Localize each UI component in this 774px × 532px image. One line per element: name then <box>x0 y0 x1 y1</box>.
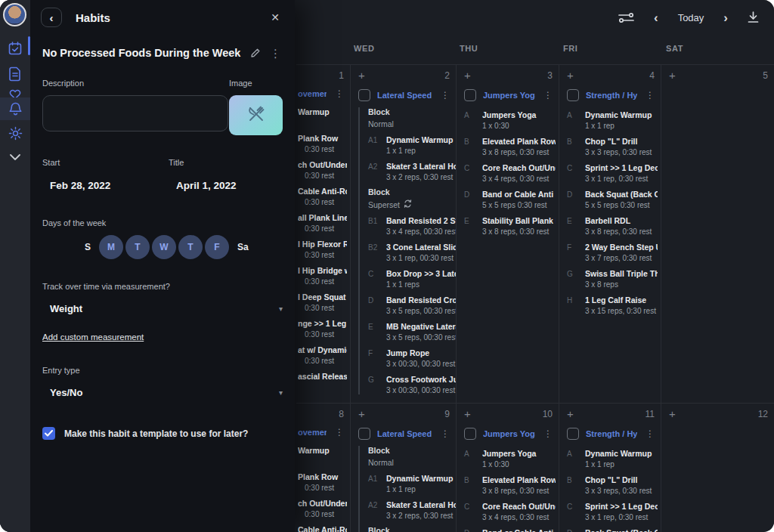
day-chip-w[interactable]: W <box>152 235 176 259</box>
workout-kebab-icon[interactable]: ⋮ <box>542 429 554 438</box>
workout-kebab-icon[interactable]: ⋮ <box>333 428 345 437</box>
block-type: Normal <box>368 458 456 467</box>
workout-kebab-icon[interactable]: ⋮ <box>542 91 554 100</box>
day-chip-t[interactable]: T <box>125 235 150 259</box>
habit-kebab-icon[interactable]: ⋮ <box>268 48 283 59</box>
exercise-name: Plank Row <box>298 472 347 481</box>
block-label: Block <box>368 526 456 532</box>
calendar-check-icon <box>8 41 23 56</box>
download-icon[interactable] <box>748 11 759 23</box>
workout-title[interactable]: ovement Q... <box>298 428 327 437</box>
exercise-detail: 3 x 8 reps, 0:30 rest <box>482 487 556 495</box>
add-workout-button[interactable]: + <box>358 71 365 80</box>
filter-sliders-icon[interactable] <box>618 12 634 23</box>
exercise-row: AJumpers Yoga1 x 0:30 <box>464 110 556 130</box>
add-workout-button[interactable]: + <box>567 410 574 419</box>
exercise-letter: A1 <box>368 474 380 493</box>
start-date-value[interactable]: Feb 28, 2022 <box>42 180 169 191</box>
template-checkbox[interactable] <box>42 427 55 440</box>
workout-checkbox[interactable] <box>464 89 476 101</box>
exercise-detail: 0:30 rest <box>298 172 347 180</box>
exercise-letter: B <box>464 137 476 156</box>
back-button[interactable]: ‹ <box>41 8 62 27</box>
end-date-value[interactable]: April 1, 2022 <box>169 180 283 191</box>
prev-week-icon[interactable]: ‹ <box>654 11 658 24</box>
day-cell-header: +4 <box>559 65 661 81</box>
add-workout-button[interactable]: + <box>669 410 676 419</box>
workout-kebab-icon[interactable]: ⋮ <box>333 89 345 98</box>
exercise-row: EMB Negative Lateral Hop...3 x 5 reps, 0… <box>368 322 456 342</box>
workout-checkbox[interactable] <box>567 428 579 440</box>
exercise-row: ADynamic Warmup1 x 1 rep <box>567 110 658 130</box>
habit-image[interactable] <box>229 95 283 135</box>
exercise-row: Warmup <box>298 107 347 127</box>
exercise-name: ascial Release C... <box>298 372 347 381</box>
exercise-list: WarmupPlank Row0:30 restch Out/Under0:30… <box>296 98 350 391</box>
exercise-detail: 0:30 rest <box>298 224 347 233</box>
exercise-letter: D <box>464 528 476 532</box>
day-cell-header: +10 <box>457 404 559 419</box>
sidebar-item-notifications[interactable] <box>0 97 30 120</box>
workout-kebab-icon[interactable]: ⋮ <box>439 91 451 100</box>
workout-checkbox[interactable] <box>567 89 579 101</box>
sidebar-item-settings[interactable] <box>0 122 30 144</box>
calendar-grid: 1ovement Q...⋮WarmupPlank Row0:30 restch… <box>296 64 774 532</box>
add-workout-button[interactable]: + <box>464 71 471 80</box>
sidebar-item-calendar[interactable] <box>0 38 30 59</box>
template-checkbox-row: Make this habit a template to use for la… <box>42 427 283 440</box>
day-chip-t[interactable]: T <box>178 235 203 259</box>
exercise-letter: E <box>368 322 380 342</box>
exercise-detail: 3 x 4 reps, 0:30 rest <box>482 513 556 521</box>
sidebar-expand[interactable] <box>0 147 30 168</box>
exercise-name: Dynamic Warmup <box>585 449 658 458</box>
measurement-select[interactable]: Weight ▾ <box>42 303 283 314</box>
workout-title[interactable]: Strength / Hypertro... <box>586 429 637 438</box>
day-cell-header: +3 <box>457 65 559 81</box>
add-workout-button[interactable]: + <box>567 71 574 80</box>
exercise-letter: B1 <box>368 216 380 236</box>
avatar[interactable] <box>3 3 26 26</box>
exercise-detail: 3 x 4 reps, 00:30 rest <box>386 227 456 236</box>
exercise-row: F2 Way Bench Step Up3 x 7 reps, 0:30 res… <box>567 243 658 262</box>
workout-checkbox[interactable] <box>358 89 370 101</box>
exercise-detail: 3 x 2 reps, 0:30 rest <box>386 173 456 181</box>
workout-kebab-icon[interactable]: ⋮ <box>439 429 451 438</box>
add-workout-button[interactable]: + <box>464 410 471 419</box>
edit-pencil-icon[interactable] <box>250 48 261 58</box>
day-chip-sa[interactable]: Sa <box>231 235 255 259</box>
exercise-detail: 3 x 5 reps, 00:30 rest <box>386 307 456 315</box>
exercise-letter: C <box>567 163 579 183</box>
exercise-name: Chop "L" Drill <box>585 475 658 484</box>
add-workout-button[interactable]: + <box>669 71 676 80</box>
exercise-row: CCore Reach Out/Under3 x 4 reps, 0:30 re… <box>464 163 556 183</box>
add-workout-button[interactable]: + <box>358 410 365 419</box>
exercise-row: all Plank Linear ...0:30 rest <box>298 213 347 233</box>
day-chip-f[interactable]: F <box>205 235 229 259</box>
workout-kebab-icon[interactable]: ⋮ <box>644 91 656 100</box>
exercise-detail: 3 x 00:30, 00:30 rest <box>386 360 456 368</box>
exercise-name: ch Out/Under <box>298 499 347 508</box>
workout-title[interactable]: Jumpers Yoga / Core <box>483 429 535 438</box>
day-cell: +11Strength / Hypertro...⋮ADynamic Warmu… <box>559 403 661 532</box>
exercise-detail <box>298 119 347 127</box>
sidebar-item-programs[interactable] <box>0 63 30 85</box>
workout-title[interactable]: Lateral Speed / Plyo <box>377 429 432 438</box>
workout-title[interactable]: Lateral Speed / Plyo <box>377 91 432 100</box>
day-chip-m[interactable]: M <box>99 235 123 259</box>
close-icon[interactable]: ✕ <box>268 10 283 25</box>
day-cell-header: +11 <box>559 404 661 419</box>
next-week-icon[interactable]: › <box>723 11 728 24</box>
workout-checkbox[interactable] <box>358 428 370 440</box>
description-input[interactable] <box>42 95 228 131</box>
add-custom-measurement-link[interactable]: Add custom measurement <box>42 332 144 342</box>
day-chip-s[interactable]: S <box>79 235 97 259</box>
workout-title[interactable]: ovement Q... <box>298 89 327 98</box>
exercise-row: nge >> 1 Leg St...0:30 rest <box>298 319 347 339</box>
workout-checkbox[interactable] <box>464 428 476 440</box>
workout-title[interactable]: Strength / Hypertro... <box>586 91 637 100</box>
workout-title[interactable]: Jumpers Yoga / Core <box>483 91 535 100</box>
today-button[interactable]: Today <box>678 12 704 23</box>
workout-kebab-icon[interactable]: ⋮ <box>644 429 656 438</box>
exercise-name: Elevated Plank Row <box>482 137 556 146</box>
entry-type-select[interactable]: Yes/No ▾ <box>42 387 283 398</box>
